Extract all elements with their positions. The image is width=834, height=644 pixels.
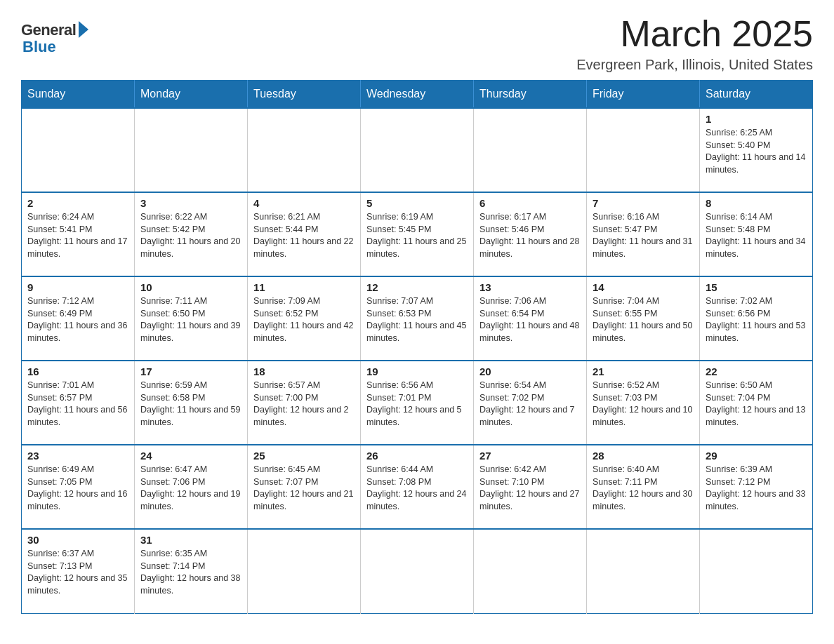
day-cell: 11Sunrise: 7:09 AM Sunset: 6:52 PM Dayli… [248,276,361,361]
day-number: 20 [479,365,581,377]
day-info: Sunrise: 6:44 AM Sunset: 7:08 PM Dayligh… [366,464,468,513]
page-header: General Blue March 2025 Evergreen Park, … [21,14,813,73]
day-cell: 31Sunrise: 6:35 AM Sunset: 7:14 PM Dayli… [135,529,248,613]
day-cell: 23Sunrise: 6:49 AM Sunset: 7:05 PM Dayli… [22,445,135,529]
day-info: Sunrise: 7:09 AM Sunset: 6:52 PM Dayligh… [253,295,355,344]
day-info: Sunrise: 6:56 AM Sunset: 7:01 PM Dayligh… [366,380,468,429]
day-info: Sunrise: 6:21 AM Sunset: 5:44 PM Dayligh… [253,211,355,260]
day-number: 21 [593,365,694,377]
day-cell [587,108,700,192]
day-cell: 6Sunrise: 6:17 AM Sunset: 5:46 PM Daylig… [474,192,587,276]
day-cell [700,529,813,613]
day-cell: 5Sunrise: 6:19 AM Sunset: 5:45 PM Daylig… [361,192,474,276]
day-info: Sunrise: 7:02 AM Sunset: 6:56 PM Dayligh… [706,295,807,344]
day-cell: 26Sunrise: 6:44 AM Sunset: 7:08 PM Dayli… [361,445,474,529]
day-info: Sunrise: 6:47 AM Sunset: 7:06 PM Dayligh… [140,464,241,513]
day-info: Sunrise: 7:07 AM Sunset: 6:53 PM Dayligh… [366,295,468,344]
column-header-sunday: Sunday [22,81,135,109]
day-cell [248,529,361,613]
day-info: Sunrise: 6:24 AM Sunset: 5:41 PM Dayligh… [27,211,128,260]
day-info: Sunrise: 6:14 AM Sunset: 5:48 PM Dayligh… [706,211,807,260]
day-number: 17 [140,365,241,377]
week-row-1: 1Sunrise: 6:25 AM Sunset: 5:40 PM Daylig… [22,108,813,192]
location-title: Evergreen Park, Illinois, United States [576,57,813,73]
day-cell: 30Sunrise: 6:37 AM Sunset: 7:13 PM Dayli… [22,529,135,613]
day-info: Sunrise: 6:59 AM Sunset: 6:58 PM Dayligh… [140,380,241,429]
day-info: Sunrise: 7:11 AM Sunset: 6:50 PM Dayligh… [140,295,241,344]
day-number: 29 [706,450,807,462]
logo-arrow-icon [79,21,88,38]
day-info: Sunrise: 6:37 AM Sunset: 7:13 PM Dayligh… [27,548,128,597]
day-info: Sunrise: 6:22 AM Sunset: 5:42 PM Dayligh… [140,211,241,260]
day-number: 24 [140,450,241,462]
column-header-thursday: Thursday [474,81,587,109]
month-title: March 2025 [576,14,813,54]
column-header-friday: Friday [587,81,700,109]
day-number: 27 [479,450,581,462]
day-info: Sunrise: 6:42 AM Sunset: 7:10 PM Dayligh… [479,464,581,513]
day-info: Sunrise: 7:12 AM Sunset: 6:49 PM Dayligh… [27,295,128,344]
day-number: 7 [593,197,694,209]
day-number: 2 [27,197,128,209]
day-number: 18 [253,365,355,377]
day-cell [248,108,361,192]
title-block: March 2025 Evergreen Park, Illinois, Uni… [576,14,813,73]
day-cell: 17Sunrise: 6:59 AM Sunset: 6:58 PM Dayli… [135,361,248,445]
day-number: 15 [706,281,807,293]
week-row-2: 2Sunrise: 6:24 AM Sunset: 5:41 PM Daylig… [22,192,813,276]
day-number: 6 [479,197,581,209]
day-cell: 12Sunrise: 7:07 AM Sunset: 6:53 PM Dayli… [361,276,474,361]
column-header-tuesday: Tuesday [248,81,361,109]
day-cell: 28Sunrise: 6:40 AM Sunset: 7:11 PM Dayli… [587,445,700,529]
day-cell: 15Sunrise: 7:02 AM Sunset: 6:56 PM Dayli… [700,276,813,361]
day-info: Sunrise: 7:01 AM Sunset: 6:57 PM Dayligh… [27,380,128,429]
column-header-monday: Monday [135,81,248,109]
day-info: Sunrise: 6:25 AM Sunset: 5:40 PM Dayligh… [706,127,807,176]
calendar-header-row: SundayMondayTuesdayWednesdayThursdayFrid… [22,81,813,109]
logo-general-text: General [21,21,76,39]
day-cell [135,108,248,192]
logo-blue-text: Blue [22,38,56,56]
day-cell: 2Sunrise: 6:24 AM Sunset: 5:41 PM Daylig… [22,192,135,276]
day-info: Sunrise: 6:19 AM Sunset: 5:45 PM Dayligh… [366,211,468,260]
day-cell: 22Sunrise: 6:50 AM Sunset: 7:04 PM Dayli… [700,361,813,445]
day-info: Sunrise: 6:40 AM Sunset: 7:11 PM Dayligh… [593,464,694,513]
day-info: Sunrise: 7:04 AM Sunset: 6:55 PM Dayligh… [593,295,694,344]
day-cell: 9Sunrise: 7:12 AM Sunset: 6:49 PM Daylig… [22,276,135,361]
day-info: Sunrise: 6:49 AM Sunset: 7:05 PM Dayligh… [27,464,128,513]
week-row-6: 30Sunrise: 6:37 AM Sunset: 7:13 PM Dayli… [22,529,813,613]
day-cell: 16Sunrise: 7:01 AM Sunset: 6:57 PM Dayli… [22,361,135,445]
day-number: 9 [27,281,128,293]
day-info: Sunrise: 6:17 AM Sunset: 5:46 PM Dayligh… [479,211,581,260]
day-number: 30 [27,534,128,546]
day-number: 23 [27,450,128,462]
day-info: Sunrise: 6:39 AM Sunset: 7:12 PM Dayligh… [706,464,807,513]
day-cell: 4Sunrise: 6:21 AM Sunset: 5:44 PM Daylig… [248,192,361,276]
day-cell: 20Sunrise: 6:54 AM Sunset: 7:02 PM Dayli… [474,361,587,445]
calendar-table: SundayMondayTuesdayWednesdayThursdayFrid… [21,80,813,614]
day-number: 8 [706,197,807,209]
day-cell: 29Sunrise: 6:39 AM Sunset: 7:12 PM Dayli… [700,445,813,529]
day-cell [22,108,135,192]
day-cell: 24Sunrise: 6:47 AM Sunset: 7:06 PM Dayli… [135,445,248,529]
day-cell [361,529,474,613]
week-row-4: 16Sunrise: 7:01 AM Sunset: 6:57 PM Dayli… [22,361,813,445]
day-number: 14 [593,281,694,293]
day-cell: 19Sunrise: 6:56 AM Sunset: 7:01 PM Dayli… [361,361,474,445]
day-number: 4 [253,197,355,209]
day-cell [474,108,587,192]
day-cell: 10Sunrise: 7:11 AM Sunset: 6:50 PM Dayli… [135,276,248,361]
day-number: 13 [479,281,581,293]
day-number: 5 [366,197,468,209]
day-cell [474,529,587,613]
day-cell: 8Sunrise: 6:14 AM Sunset: 5:48 PM Daylig… [700,192,813,276]
week-row-3: 9Sunrise: 7:12 AM Sunset: 6:49 PM Daylig… [22,276,813,361]
day-info: Sunrise: 6:54 AM Sunset: 7:02 PM Dayligh… [479,380,581,429]
day-number: 12 [366,281,468,293]
day-number: 10 [140,281,241,293]
day-number: 25 [253,450,355,462]
day-cell: 21Sunrise: 6:52 AM Sunset: 7:03 PM Dayli… [587,361,700,445]
day-cell [361,108,474,192]
day-cell: 1Sunrise: 6:25 AM Sunset: 5:40 PM Daylig… [700,108,813,192]
day-cell: 27Sunrise: 6:42 AM Sunset: 7:10 PM Dayli… [474,445,587,529]
